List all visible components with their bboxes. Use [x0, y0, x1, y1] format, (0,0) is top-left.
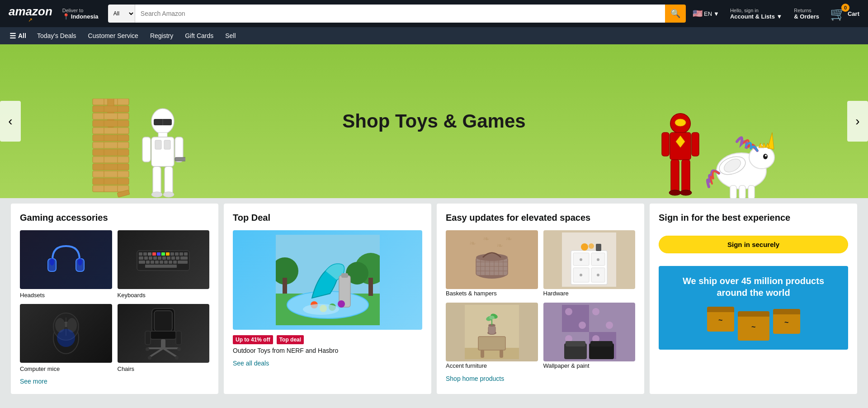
svg-rect-22	[93, 149, 129, 156]
deliver-country: Indonesia	[71, 13, 99, 20]
svg-point-131	[175, 356, 179, 360]
svg-rect-94	[144, 256, 148, 260]
search-button[interactable]: 🔍	[665, 5, 686, 23]
chairs-item[interactable]: Chairs	[118, 304, 210, 372]
svg-text:❧: ❧	[496, 241, 503, 250]
stormtrooper-decoration	[140, 94, 185, 198]
deal-badges: Up to 41% off Top deal	[233, 335, 422, 344]
svg-rect-62	[682, 160, 690, 194]
power-ranger-svg	[660, 112, 701, 198]
svg-rect-46	[155, 140, 161, 149]
language-selector[interactable]: 🇺🇸 EN ▼	[689, 6, 722, 21]
svg-rect-25	[93, 157, 129, 163]
keyboards-item[interactable]: Keyboards	[118, 230, 210, 299]
keyboards-image	[118, 230, 210, 289]
svg-rect-10	[93, 120, 129, 127]
hero-next-button[interactable]: ›	[847, 101, 868, 142]
headsets-item[interactable]: Headsets	[20, 230, 112, 299]
gaming-see-more[interactable]: See more	[20, 378, 209, 385]
language-label: EN	[704, 10, 712, 17]
svg-rect-123	[145, 331, 151, 345]
svg-rect-100	[171, 256, 175, 260]
hero-prev-button[interactable]: ‹	[0, 101, 21, 142]
svg-rect-86	[157, 252, 160, 256]
top-deal-card: Top Deal	[224, 204, 431, 394]
svg-rect-178	[596, 244, 601, 251]
accent-furniture-item[interactable]: Accent furniture	[446, 303, 538, 370]
svg-rect-83	[143, 252, 147, 256]
svg-rect-137	[283, 278, 287, 294]
returns-menu[interactable]: Returns & Orders	[790, 5, 823, 22]
discount-badge: Up to 41% off	[233, 335, 273, 344]
account-greeting: Hello, sign in	[730, 8, 782, 13]
signin-button[interactable]: Sign in securely	[659, 236, 848, 253]
svg-point-64	[680, 190, 692, 195]
cart-button[interactable]: 🛒 0 Cart	[827, 4, 863, 24]
svg-rect-204	[566, 341, 585, 346]
nav-item-registry[interactable]: Registry	[145, 27, 178, 44]
nav-all-menu[interactable]: ☰ All	[5, 27, 30, 44]
mice-item[interactable]: Computer mice	[20, 304, 112, 372]
account-menu[interactable]: Hello, sign in Account & Lists ▼	[726, 5, 786, 22]
headsets-image	[20, 230, 112, 289]
easy-updates-grid: ❧ ❧ ❧ ❧	[446, 230, 635, 370]
svg-rect-110	[173, 261, 177, 264]
jenga-decoration	[90, 94, 131, 198]
prev-arrow-icon: ‹	[8, 114, 12, 128]
nav-item-customer-service[interactable]: Customer Service	[83, 27, 143, 44]
location-icon: 📍	[62, 13, 70, 20]
svg-point-195	[579, 322, 586, 329]
svg-rect-182	[481, 350, 484, 358]
hero-left-decoration	[90, 94, 185, 198]
svg-point-173	[597, 258, 599, 261]
svg-point-52	[151, 192, 162, 197]
svg-point-172	[580, 258, 582, 261]
svg-rect-125	[161, 339, 165, 348]
svg-line-127	[163, 348, 177, 357]
amazon-smile-1: ~	[718, 316, 722, 324]
deliver-bottom-label: 📍 Indonesia	[62, 13, 101, 20]
logo-smile: ↗	[28, 17, 33, 23]
nav-item-giftcards[interactable]: Gift Cards	[180, 27, 218, 44]
returns-bottom-label: & Orders	[794, 13, 819, 20]
svg-point-56	[675, 119, 686, 126]
baskets-item[interactable]: ❧ ❧ ❧ ❧	[446, 230, 538, 297]
easy-updates-card: Easy updates for elevated spaces ❧ ❧ ❧ ❧	[437, 204, 644, 394]
accent-svg	[465, 305, 519, 359]
wallpaper-item[interactable]: Wallpaper & paint	[543, 303, 636, 370]
svg-rect-102	[180, 256, 188, 260]
pool-toy-svg	[276, 235, 380, 325]
nav-registry-label: Registry	[150, 32, 173, 39]
hero-banner: Shop Toys & Games	[0, 44, 868, 198]
mice-label: Computer mice	[20, 365, 112, 372]
svg-point-68	[763, 154, 768, 159]
signin-title: Sign in for the best experience	[659, 213, 848, 223]
svg-rect-111	[178, 261, 188, 264]
see-all-deals[interactable]: See all deals	[233, 360, 422, 367]
nav-item-sell[interactable]: Sell	[220, 27, 241, 44]
jenga-svg	[90, 99, 131, 198]
amazon-logo[interactable]: amazon ↗	[5, 2, 56, 25]
svg-rect-98	[162, 256, 166, 260]
svg-rect-139	[368, 278, 373, 296]
svg-rect-31	[93, 171, 129, 177]
wallpaper-svg	[562, 305, 616, 359]
basket-svg: ❧ ❧ ❧ ❧	[465, 232, 519, 287]
keyboards-label: Keyboards	[118, 292, 210, 299]
deliver-to[interactable]: Deliver to 📍 Indonesia	[59, 5, 104, 22]
hardware-item[interactable]: Hardware	[543, 230, 636, 297]
svg-text:❧: ❧	[483, 234, 490, 243]
shop-home-products[interactable]: Shop home products	[446, 375, 635, 382]
svg-rect-97	[158, 256, 161, 260]
nav-giftcards-label: Gift Cards	[185, 32, 213, 39]
svg-rect-74	[730, 185, 736, 198]
search-category-select[interactable]: All	[108, 5, 135, 23]
ship-text: We ship over 45 million products around …	[668, 275, 839, 299]
svg-point-130	[148, 356, 151, 360]
svg-rect-13	[93, 128, 129, 134]
svg-rect-90	[175, 252, 179, 256]
svg-point-174	[580, 274, 582, 276]
search-input[interactable]	[135, 5, 665, 23]
top-deal-image[interactable]	[233, 230, 422, 330]
nav-item-deals[interactable]: Today's Deals	[32, 27, 81, 44]
